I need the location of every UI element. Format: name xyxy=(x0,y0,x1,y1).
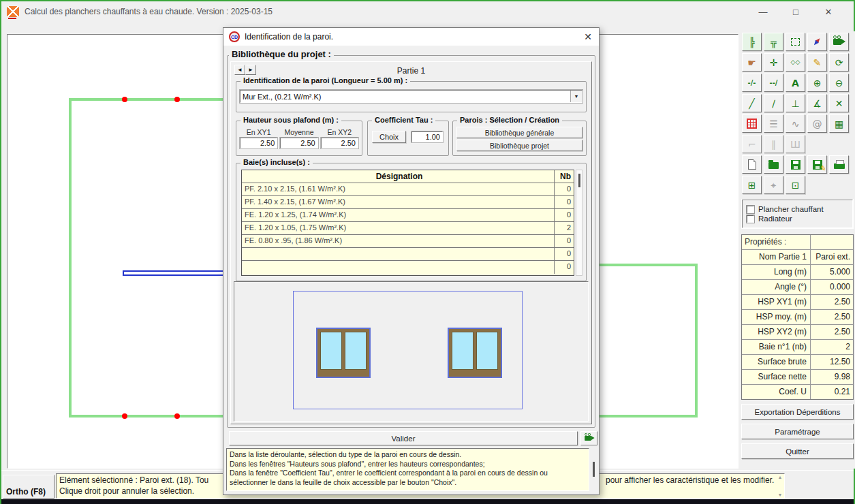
compass-button[interactable] xyxy=(807,33,827,51)
camera-button[interactable] xyxy=(829,33,849,51)
wall-bottom-right-room[interactable] xyxy=(597,415,698,418)
floor-plan-button[interactable]: ⊞ xyxy=(742,176,762,194)
dialog-camera-button[interactable] xyxy=(580,431,597,445)
baie-count[interactable]: 0 xyxy=(555,248,574,260)
trim-line-button[interactable]: -/- xyxy=(742,74,762,92)
mesh-grid-button[interactable] xyxy=(742,114,762,133)
rotate-button[interactable]: ⟳ xyxy=(829,53,849,72)
draw-line-button[interactable]: ∕ xyxy=(764,94,783,112)
text-button[interactable]: A xyxy=(786,74,805,92)
window-pane xyxy=(452,332,473,370)
side-buttons: Exportation DéperditionsParamétrageQuitt… xyxy=(741,404,854,459)
height-field-group: En XY22.50 xyxy=(321,128,358,148)
baie-row[interactable]: PF. 2.10 x 2.15, (1.61 W/m².K)0 xyxy=(242,183,574,196)
choix-button[interactable]: Choix xyxy=(372,131,406,143)
snap-point xyxy=(122,413,127,419)
zoom-in-button[interactable]: ⊕ xyxy=(807,74,827,92)
delete-button[interactable]: ✕ xyxy=(829,94,849,112)
close-button[interactable]: ✕ xyxy=(822,7,835,17)
exportation-deperditions-button[interactable]: Exportation Déperditions xyxy=(741,404,854,420)
wall-top[interactable] xyxy=(69,98,232,101)
height-field-input[interactable]: 2.50 xyxy=(240,138,277,148)
compass-icon xyxy=(811,35,823,48)
move-button[interactable]: ✛ xyxy=(764,53,783,72)
wall-right-right-room[interactable] xyxy=(695,264,698,418)
baies-scrollbar[interactable] xyxy=(576,170,582,276)
wall-dimension-button[interactable]: ⌖ xyxy=(764,176,783,194)
help-scrollbar[interactable] xyxy=(593,462,595,477)
parametrage-button[interactable]: Paramétrage xyxy=(741,424,854,439)
print-button[interactable] xyxy=(829,155,849,174)
bibliotheque-projet-button[interactable]: Bibliothèque projet xyxy=(456,140,582,151)
window-pane xyxy=(320,332,342,370)
checkbox-row-plancher-chauffant: Plancher chauffant xyxy=(747,205,848,213)
wall-dimension-icon: ⌖ xyxy=(771,180,777,190)
status-scroll-down-icon[interactable]: ▼ xyxy=(778,492,783,497)
spiral-coil-button[interactable]: @ xyxy=(807,114,827,133)
valider-button[interactable]: Valider xyxy=(229,431,578,445)
wall-left[interactable] xyxy=(69,98,72,418)
baie-row[interactable]: 0 xyxy=(242,261,574,274)
maximize-button[interactable]: □ xyxy=(790,7,802,17)
wall-bottom[interactable] xyxy=(69,415,232,418)
partial-plan-button[interactable]: ⊡ xyxy=(786,176,805,194)
extend-line-button[interactable]: --/ xyxy=(764,74,783,92)
select-area-button[interactable] xyxy=(786,33,805,51)
height-field-input[interactable]: 2.50 xyxy=(280,138,317,148)
dialog-cd-icon: CD xyxy=(229,31,240,42)
angle-tool-button[interactable]: ∡ xyxy=(807,94,827,112)
wall-type-combobox[interactable]: Mur Ext., (0.21 W/m².K) ▼ xyxy=(240,90,582,103)
pan-hand-button[interactable]: ☛ xyxy=(742,53,762,72)
wall-top-right-room[interactable] xyxy=(597,264,698,266)
baie-row[interactable]: FE. 1.20 x 1.25, (1.74 W/m².K)0 xyxy=(242,209,574,222)
minimize-button[interactable]: — xyxy=(757,7,769,17)
calculator-button[interactable]: ▦ xyxy=(829,114,849,133)
tau-group-label: Coefficient Tau : xyxy=(372,116,435,124)
dialog-close-icon[interactable]: ✕ xyxy=(582,31,593,42)
open-folder-button[interactable] xyxy=(764,155,783,174)
new-file-button[interactable] xyxy=(742,155,762,174)
serpentine-button[interactable]: ∿ xyxy=(786,114,805,133)
tau-value-field[interactable]: 1.00 xyxy=(411,131,443,142)
baie-count[interactable]: 0 xyxy=(555,209,574,221)
zoom-out-button[interactable]: ⊖ xyxy=(829,74,849,92)
baie-count[interactable]: 2 xyxy=(555,222,574,234)
bibliotheque-generale-button[interactable]: Bibliothèque générale xyxy=(456,127,582,138)
erase-button[interactable]: ✎ xyxy=(807,53,827,72)
save-as-button[interactable]: ✎ xyxy=(807,155,827,174)
help-line: Dans la fenêtre "Coefficient Tau", entre… xyxy=(230,469,586,478)
dialog-help-text: Dans la liste déroulante, sélection du t… xyxy=(226,448,589,491)
height-field-input[interactable]: 2.50 xyxy=(321,138,358,148)
ortho-indicator[interactable]: Ortho (F8) xyxy=(3,475,55,499)
selected-wall[interactable] xyxy=(123,270,232,276)
combo-dropdown-icon[interactable]: ▼ xyxy=(570,91,582,102)
baie-row[interactable]: FE. 1.20 x 1.05, (1.75 W/m².K)2 xyxy=(242,222,574,235)
baie-count[interactable]: 0 xyxy=(555,183,574,195)
baie-count[interactable]: 0 xyxy=(555,196,574,208)
wall-preview-panel xyxy=(234,281,589,422)
help-line: Dans la liste déroulante, sélection du t… xyxy=(230,450,586,460)
quitter-button[interactable]: Quitter xyxy=(741,443,854,459)
baie-row[interactable]: 0 xyxy=(242,248,574,261)
radiator-tool-button[interactable]: ☰ xyxy=(764,114,783,133)
extend-line-icon: --/ xyxy=(770,80,778,86)
plancher-chauffant-checkbox[interactable] xyxy=(747,206,754,213)
serpentine-icon: ∿ xyxy=(792,119,800,129)
save-button[interactable] xyxy=(786,155,805,174)
wall-offset-center-button[interactable]: ╦ xyxy=(764,33,783,51)
draw-segment-button[interactable]: ╱ xyxy=(742,94,762,112)
status-scroll-up-icon[interactable]: ▲ xyxy=(778,475,783,479)
copy-rotate-button[interactable]: ◇◇ xyxy=(786,53,805,72)
baie-count[interactable]: 0 xyxy=(555,235,574,247)
baie-count[interactable]: 0 xyxy=(555,261,574,274)
property-value: 2.50 xyxy=(811,310,853,324)
dialog-title-bar[interactable]: CD Identification de la paroi. ✕ xyxy=(223,28,599,46)
height-field-group: Moyenne2.50 xyxy=(280,128,317,148)
draw-segment-icon: ╱ xyxy=(749,99,754,108)
baie-row[interactable]: FE. 0.80 x .95, (1.86 W/m².K)0 xyxy=(242,235,574,248)
checkbox-label: Radiateur xyxy=(758,215,792,223)
perpendicular-button[interactable]: ⊥ xyxy=(786,94,805,112)
radiateur-checkbox[interactable] xyxy=(747,215,754,223)
baie-row[interactable]: PF. 1.40 x 2.15, (1.67 W/m².K)0 xyxy=(242,196,574,209)
wall-offset-left-button[interactable]: ╠ xyxy=(742,33,762,51)
